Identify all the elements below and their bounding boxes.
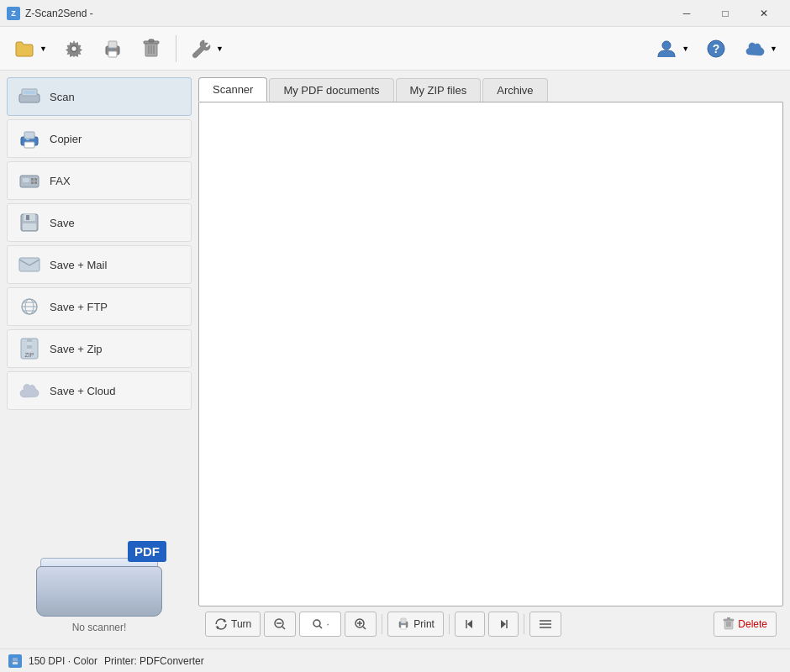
toolbar-right: ▼ ? ▼ <box>649 32 783 66</box>
svg-line-50 <box>319 626 322 628</box>
svg-rect-74 <box>13 662 18 664</box>
svg-rect-17 <box>24 91 35 94</box>
svg-rect-26 <box>34 178 37 181</box>
sidebar-item-save-zip[interactable]: ZIP Save + Zip <box>7 329 192 368</box>
zoom-in-button[interactable] <box>345 612 377 637</box>
svg-rect-39 <box>27 339 32 342</box>
scan-icon <box>18 85 41 108</box>
turn-label: Turn <box>231 618 251 630</box>
window-controls: ─ □ ✕ <box>667 0 783 27</box>
svg-rect-32 <box>19 258 40 271</box>
status-icon <box>8 654 22 668</box>
svg-rect-57 <box>401 625 406 629</box>
folder-dropdown-arrow: ▼ <box>40 45 47 53</box>
svg-rect-21 <box>26 139 29 140</box>
print-doc-button[interactable]: Print <box>387 612 444 637</box>
svg-rect-56 <box>401 618 406 623</box>
svg-text:ZIP: ZIP <box>25 352 34 358</box>
zoom-out-icon <box>273 617 287 631</box>
svg-rect-67 <box>724 619 734 621</box>
cloud-save-icon <box>18 379 41 402</box>
mail-icon <box>18 253 41 276</box>
delete-toolbar-button[interactable] <box>134 32 169 66</box>
user-icon <box>655 37 678 60</box>
sidebar-item-save[interactable]: Save <box>7 203 192 242</box>
svg-rect-30 <box>26 215 29 220</box>
gear-icon <box>62 37 86 60</box>
save-ftp-label: Save + FTP <box>50 301 108 313</box>
preview-area <box>198 102 783 606</box>
zoom-value-display: · <box>299 612 341 637</box>
print-icon <box>397 617 410 631</box>
save-label: Save <box>50 217 75 229</box>
svg-rect-24 <box>31 178 34 181</box>
sidebar-item-scan[interactable]: Scan <box>7 77 192 116</box>
trash-icon <box>140 37 163 60</box>
delete-button[interactable]: Delete <box>714 612 777 637</box>
svg-rect-31 <box>23 223 36 230</box>
zip-icon: ZIP <box>18 337 41 360</box>
cloud-button[interactable]: ▼ <box>737 32 783 66</box>
svg-line-48 <box>282 627 285 629</box>
print-label: Print <box>413 618 434 630</box>
scanner-body <box>36 566 162 617</box>
fax-icon <box>18 169 41 192</box>
menu-button[interactable] <box>529 612 561 637</box>
svg-point-49 <box>313 620 320 627</box>
ftp-icon <box>18 295 41 318</box>
scan-label: Scan <box>50 91 75 103</box>
tab-scanner[interactable]: Scanner <box>198 77 267 102</box>
title-bar-left: Z Z-Scan2Send - <box>7 7 93 20</box>
svg-point-12 <box>662 41 671 50</box>
sidebar-item-fax[interactable]: FAX <box>7 161 192 200</box>
bottom-toolbar: Turn · <box>198 606 783 642</box>
sidebar-item-save-mail[interactable]: Save + Mail <box>7 245 192 284</box>
copier-icon <box>18 127 41 150</box>
turn-button[interactable]: Turn <box>205 612 261 637</box>
menu-icon <box>539 618 552 630</box>
svg-rect-3 <box>108 41 117 48</box>
svg-rect-19 <box>24 132 34 139</box>
delete-label: Delete <box>738 618 767 630</box>
app-title: Z-Scan2Send - <box>25 8 93 19</box>
app-icon: Z <box>7 7 20 20</box>
first-page-button[interactable] <box>455 612 485 637</box>
zoom-out-button[interactable] <box>264 612 296 637</box>
help-button[interactable]: ? <box>698 32 734 66</box>
maximize-button[interactable]: □ <box>706 0 745 27</box>
user-dropdown-arrow: ▼ <box>682 45 689 53</box>
tab-pdf-documents[interactable]: My PDF documents <box>269 78 393 102</box>
tab-archive[interactable]: Archive <box>482 78 547 102</box>
tab-zip-files[interactable]: My ZIP files <box>396 78 482 102</box>
sidebar-item-copier[interactable]: Copier <box>7 119 192 158</box>
svg-rect-23 <box>23 178 29 182</box>
user-button[interactable]: ▼ <box>649 32 695 66</box>
svg-rect-41 <box>27 345 32 349</box>
sidebar-item-save-ftp[interactable]: Save + FTP <box>7 287 192 326</box>
print-button[interactable] <box>95 32 130 66</box>
no-scanner-label: No scanner! <box>72 622 127 633</box>
sidebar-item-save-cloud[interactable]: Save + Cloud <box>7 371 192 410</box>
svg-rect-73 <box>13 658 18 661</box>
settings-button[interactable] <box>56 32 92 66</box>
main-area: Scan Copier <box>0 71 790 648</box>
printer-icon <box>101 37 124 60</box>
wrench-icon <box>189 37 213 60</box>
minimize-button[interactable]: ─ <box>667 0 706 27</box>
svg-point-1 <box>71 45 76 51</box>
turn-icon <box>214 617 228 631</box>
pdf-badge: PDF <box>128 541 166 562</box>
last-page-button[interactable] <box>488 612 519 637</box>
svg-marker-61 <box>501 620 506 628</box>
save-zip-label: Save + Zip <box>50 343 103 355</box>
svg-text:?: ? <box>713 42 720 55</box>
folder-button[interactable]: ▼ <box>7 32 53 66</box>
copier-label: Copier <box>50 133 82 145</box>
close-button[interactable]: ✕ <box>745 0 783 27</box>
folder-icon <box>13 37 36 60</box>
tools-dropdown-arrow: ▼ <box>216 45 224 53</box>
tools-button[interactable]: ▼ <box>183 32 229 66</box>
cloud-dropdown-arrow: ▼ <box>770 45 777 53</box>
svg-rect-8 <box>149 39 154 42</box>
sidebar: Scan Copier <box>7 77 192 642</box>
